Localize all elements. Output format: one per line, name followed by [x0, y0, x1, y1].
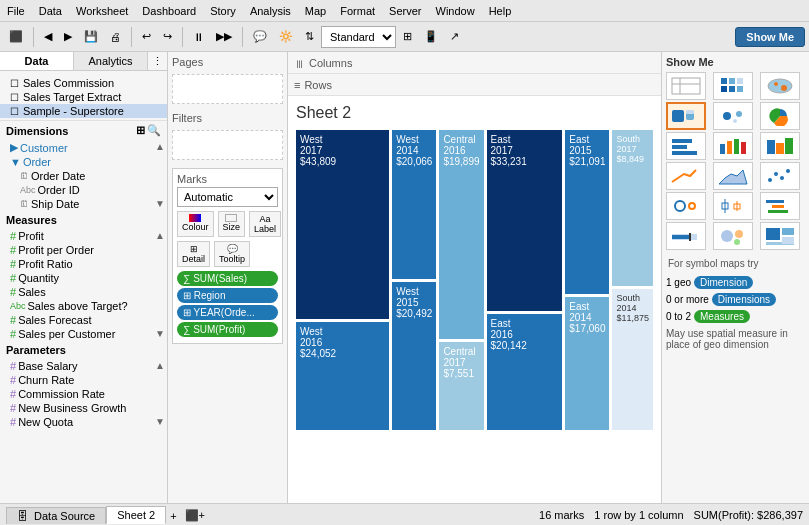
fit-button[interactable]: ⊞	[398, 27, 417, 46]
new-sheet-button[interactable]: +	[166, 508, 180, 524]
datasource-sales-target[interactable]: ☐ Sales Target Extract	[0, 90, 167, 104]
highlight-button[interactable]: 🔆	[274, 27, 298, 46]
run-button[interactable]: ▶▶	[211, 27, 237, 46]
redo-button[interactable]: ↪	[158, 27, 177, 46]
menu-map[interactable]: Map	[298, 3, 333, 19]
new-button[interactable]: ⬛	[4, 27, 28, 46]
save-button[interactable]: 💾	[79, 27, 103, 46]
size-button[interactable]: Size	[218, 211, 246, 237]
thumb-packed-bubbles[interactable]	[713, 222, 753, 250]
param-base-salary[interactable]: # Base Salary	[0, 359, 153, 373]
menu-data[interactable]: Data	[32, 3, 69, 19]
thumb-area[interactable]	[713, 162, 753, 190]
meas-profit-ratio[interactable]: # Profit Ratio	[0, 257, 153, 271]
columns-shelf[interactable]: ⫼ Columns	[288, 52, 661, 74]
show-me-button[interactable]: Show Me	[735, 27, 805, 47]
sort-button[interactable]: ⇅	[300, 27, 319, 46]
cell-east-2014[interactable]: East2014 $17,060	[565, 297, 609, 430]
dimensions-header[interactable]: Dimensions ⊞ 🔍	[0, 121, 167, 140]
tab-data-source[interactable]: 🗄 Data Source	[6, 507, 106, 524]
menu-analysis[interactable]: Analysis	[243, 3, 298, 19]
thumb-filled-map[interactable]	[666, 102, 706, 130]
forward-button[interactable]: ▶	[59, 27, 77, 46]
meas-sales-per-customer[interactable]: # Sales per Customer	[0, 327, 153, 341]
print-button[interactable]: 🖨	[105, 28, 126, 46]
thumb-circle-view[interactable]	[666, 192, 706, 220]
measures-header[interactable]: Measures	[0, 211, 167, 229]
meas-sales-above-target[interactable]: Abc Sales above Target?	[0, 299, 153, 313]
back-button[interactable]: ◀	[39, 27, 57, 46]
tooltip-button[interactable]: 💬	[248, 27, 272, 46]
tab-sheet2[interactable]: Sheet 2	[106, 506, 166, 524]
param-scroll-down[interactable]: ▼	[155, 417, 165, 427]
menu-help[interactable]: Help	[482, 3, 519, 19]
rows-shelf[interactable]: ≡ Rows	[288, 74, 661, 96]
thumb-maps[interactable]	[760, 72, 800, 100]
param-scroll-up[interactable]: ▲	[155, 361, 165, 371]
meas-quantity[interactable]: # Quantity	[0, 271, 153, 285]
panel-menu-icon[interactable]: ⋮	[148, 52, 167, 70]
device-button[interactable]: 📱	[419, 27, 443, 46]
param-new-quota[interactable]: # New Quota	[0, 415, 153, 429]
share-button[interactable]: ↗	[445, 27, 464, 46]
thumb-line[interactable]	[666, 162, 706, 190]
cell-east-2016[interactable]: East2016 $20,142	[487, 314, 563, 430]
datasource-sales-commission[interactable]: ☐ Sales Commission	[0, 76, 167, 90]
cell-east-2015[interactable]: East2015 $21,091	[565, 130, 609, 294]
pages-drop-zone[interactable]	[172, 74, 283, 104]
cell-east-2017[interactable]: East2017 $33,231	[487, 130, 563, 311]
param-churn-rate[interactable]: # Churn Rate	[0, 373, 153, 387]
dim-scroll-up[interactable]: ▲	[155, 142, 165, 152]
tab-analytics[interactable]: Analytics	[74, 52, 148, 70]
rows-drop-zone[interactable]	[354, 83, 655, 87]
thumb-pie[interactable]	[760, 102, 800, 130]
cell-central-2016[interactable]: Central2016 $19,899	[439, 130, 483, 339]
dim-ship-date[interactable]: 🗓 Ship Date	[0, 197, 153, 211]
meas-sales[interactable]: # Sales	[0, 285, 153, 299]
cell-west-2016[interactable]: West2016 $24,052	[296, 322, 389, 430]
view-select[interactable]: Standard	[321, 26, 396, 48]
tooltip-button-2[interactable]: 💬 Tooltip	[214, 241, 250, 267]
pill-year-order[interactable]: ⊞ YEAR(Orde...	[177, 305, 278, 320]
dim-order-date[interactable]: 🗓 Order Date	[0, 169, 153, 183]
marks-type-select[interactable]: Automatic	[177, 187, 278, 207]
meas-profit[interactable]: # Profit	[0, 229, 153, 243]
filters-drop-zone[interactable]	[172, 130, 283, 160]
meas-scroll-up[interactable]: ▲	[155, 231, 165, 241]
menu-server[interactable]: Server	[382, 3, 428, 19]
cell-central-2017[interactable]: Central2017 $7,551	[439, 342, 483, 430]
pill-sum-profit[interactable]: ∑ SUM(Profit)	[177, 322, 278, 337]
meas-sales-forecast[interactable]: # Sales Forecast	[0, 313, 153, 327]
label-button[interactable]: Aa Label	[249, 211, 281, 237]
dim-order[interactable]: ▼ Order	[0, 155, 153, 169]
cell-south-2014[interactable]: South2014 $11,875	[612, 289, 653, 430]
parameters-header[interactable]: Parameters	[0, 341, 167, 359]
thumb-treemap-2[interactable]	[760, 222, 800, 250]
thumb-vbar[interactable]	[713, 132, 753, 160]
menu-format[interactable]: Format	[333, 3, 382, 19]
datasource-superstore[interactable]: ☐ Sample - Superstore	[0, 104, 167, 118]
search-icon[interactable]: 🔍	[147, 124, 161, 137]
thumb-hbar[interactable]	[666, 132, 706, 160]
cell-west-2015[interactable]: West2015 $20,492	[392, 282, 436, 431]
param-new-business[interactable]: # New Business Growth	[0, 401, 153, 415]
thumb-bullet[interactable]	[666, 222, 706, 250]
meas-profit-per-order[interactable]: # Profit per Order	[0, 243, 153, 257]
grid-icon[interactable]: ⊞	[136, 124, 145, 137]
columns-drop-zone[interactable]	[354, 61, 655, 65]
pill-sum-sales[interactable]: ∑ SUM(Sales)	[177, 271, 278, 286]
param-commission-rate[interactable]: # Commission Rate	[0, 387, 153, 401]
thumb-stacked-bar[interactable]	[760, 132, 800, 160]
detail-button[interactable]: ⊞ Detail	[177, 241, 210, 267]
cell-west-2017[interactable]: West2017 $43,809	[296, 130, 389, 319]
thumb-box-whisker[interactable]	[713, 192, 753, 220]
dim-customer[interactable]: ▶ Customer	[0, 140, 153, 155]
dim-order-id[interactable]: Abc Order ID	[0, 183, 153, 197]
thumb-heat-map[interactable]	[713, 72, 753, 100]
colour-button[interactable]: Colour	[177, 211, 214, 237]
menu-file[interactable]: File	[0, 3, 32, 19]
undo-button[interactable]: ↩	[137, 27, 156, 46]
menu-window[interactable]: Window	[429, 3, 482, 19]
thumb-text-table[interactable]	[666, 72, 706, 100]
menu-dashboard[interactable]: Dashboard	[135, 3, 203, 19]
